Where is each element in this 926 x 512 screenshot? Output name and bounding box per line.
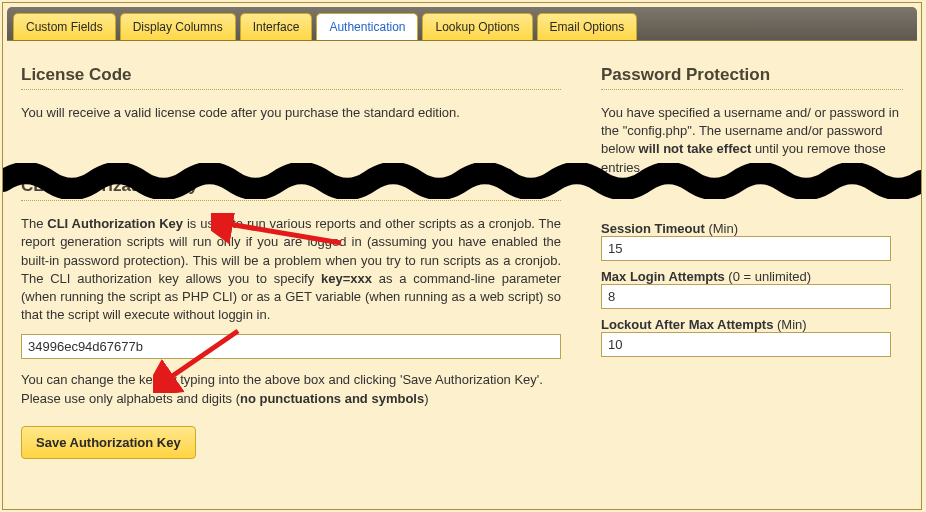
cli-auth-key-description: The CLI Authorization Key is used to run… <box>21 215 561 324</box>
divider <box>21 89 561 90</box>
tab-display-columns[interactable]: Display Columns <box>120 13 236 40</box>
session-timeout-input[interactable] <box>601 236 891 261</box>
cli-auth-key-input[interactable] <box>21 334 561 359</box>
tab-email-options[interactable]: Email Options <box>537 13 638 40</box>
divider <box>601 89 903 90</box>
save-authorization-key-button[interactable]: Save Authorization Key <box>21 426 196 459</box>
tab-custom-fields[interactable]: Custom Fields <box>13 13 116 40</box>
cli-auth-key-change-note: You can change the key by typing into th… <box>21 371 561 407</box>
license-code-text: You will receive a valid license code af… <box>21 104 561 122</box>
tab-bar: Custom Fields Display Columns Interface … <box>7 7 917 41</box>
password-protection-text: You have specified a username and/ or pa… <box>601 104 903 177</box>
divider <box>21 200 561 201</box>
session-timeout-label: Session Timeout (Min) <box>601 221 738 236</box>
tab-lookup-options[interactable]: Lookup Options <box>422 13 532 40</box>
lockout-after-max-input[interactable] <box>601 332 891 357</box>
lockout-after-max-label: Lockout After Max Attempts (Min) <box>601 317 807 332</box>
password-protection-heading: Password Protection <box>601 65 903 85</box>
tab-interface[interactable]: Interface <box>240 13 313 40</box>
tab-authentication[interactable]: Authentication <box>316 13 418 40</box>
max-login-attempts-label: Max Login Attempts (0 = unlimited) <box>601 269 811 284</box>
max-login-attempts-input[interactable] <box>601 284 891 309</box>
cli-auth-key-heading: CLI Authorization Key <box>21 176 561 196</box>
license-code-heading: License Code <box>21 65 561 85</box>
